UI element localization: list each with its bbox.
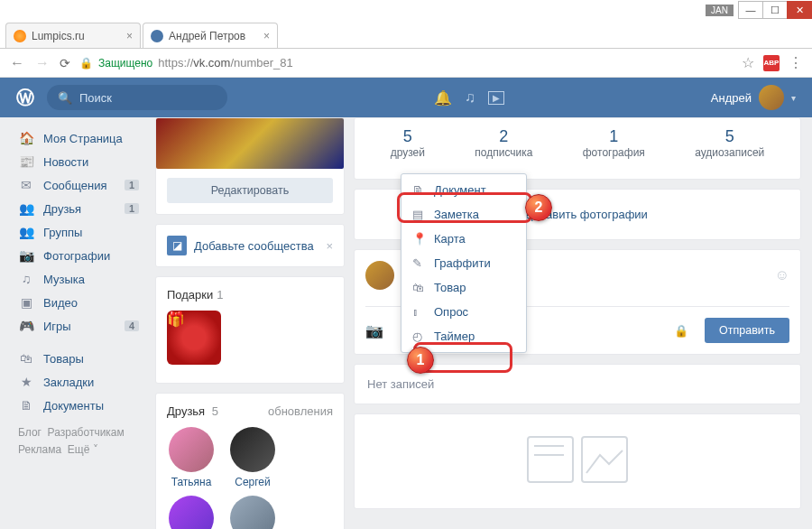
edit-profile-button[interactable]: Редактировать xyxy=(167,178,333,203)
dd-timer[interactable]: ◴Таймер xyxy=(401,324,526,348)
nav-games[interactable]: 🎮Игры4 xyxy=(11,314,146,338)
window-minimize[interactable]: — xyxy=(738,1,763,19)
star-icon[interactable]: ☆ xyxy=(742,54,754,71)
bag-icon: 🛍 xyxy=(412,281,425,294)
friend-item[interactable]: Валентин xyxy=(167,496,216,529)
document-icon: 🗎 xyxy=(18,398,34,413)
badge: 1 xyxy=(125,203,139,214)
gifts-count: 1 xyxy=(217,288,223,302)
stats-card: 5друзей 2подписчика 1фотография 5аудиоза… xyxy=(354,117,801,180)
note-icon: ♫ xyxy=(18,272,34,286)
stat-friends[interactable]: 5друзей xyxy=(391,127,425,159)
dd-note[interactable]: ▤Заметка xyxy=(401,202,526,227)
tab-close-icon[interactable]: × xyxy=(263,30,270,42)
dd-graffiti[interactable]: ✎Граффити xyxy=(401,251,526,275)
gift-image[interactable]: 🎁 xyxy=(167,311,221,365)
footer-ads[interactable]: Реклама xyxy=(18,443,61,456)
close-icon[interactable]: × xyxy=(326,239,333,253)
bag-icon: 🛍 xyxy=(18,351,34,366)
dd-poll[interactable]: ⫾Опрос xyxy=(401,300,526,324)
note-icon: ▤ xyxy=(412,208,425,221)
favicon-icon xyxy=(14,30,26,42)
empty-icon xyxy=(523,432,632,487)
pin-icon: 📍 xyxy=(412,232,425,246)
window-maximize[interactable]: ☐ xyxy=(762,1,788,19)
nav-goods[interactable]: 🛍Товары xyxy=(11,347,146,370)
attach-photo-icon[interactable]: 📷 xyxy=(365,322,383,339)
window-close[interactable]: ✕ xyxy=(787,1,812,19)
updates-link[interactable]: обновления xyxy=(268,404,333,418)
notifications-icon[interactable]: 🔔 xyxy=(434,89,452,107)
nav-bookmarks[interactable]: ★Закладки xyxy=(11,370,146,394)
video-icon: ▣ xyxy=(18,295,34,310)
privacy-icon[interactable]: 🔒 xyxy=(674,324,688,338)
abp-icon[interactable]: ABP xyxy=(763,55,780,71)
stat-photos[interactable]: 1фотография xyxy=(583,127,645,159)
nav-video[interactable]: ▣Видео xyxy=(11,291,146,314)
nav-music[interactable]: ♫Музыка xyxy=(11,267,146,291)
nav-photos[interactable]: 📷Фотографии xyxy=(11,244,146,267)
footer-more[interactable]: Ещё ˅ xyxy=(68,443,98,456)
search-box[interactable]: 🔍 xyxy=(47,85,227,110)
footer-blog[interactable]: Блог xyxy=(18,426,42,439)
nav-friends[interactable]: 👥Друзья1 xyxy=(11,197,146,220)
secure-label: Защищено xyxy=(98,57,152,70)
add-communities-label: Добавьте сообщества xyxy=(194,239,314,253)
reload-button[interactable]: ⟳ xyxy=(60,56,70,70)
stat-followers[interactable]: 2подписчика xyxy=(475,127,532,159)
browser-tabstrip: Lumpics.ru × Андрей Петров × xyxy=(0,20,812,49)
search-icon: 🔍 xyxy=(58,91,72,105)
nav-groups[interactable]: 👥Группы xyxy=(11,220,146,244)
friends-card: Друзья 5 обновления Татьяна Сергей Вален… xyxy=(155,393,345,529)
avatar xyxy=(759,85,784,110)
browser-tab-lumpics[interactable]: Lumpics.ru × xyxy=(5,23,141,48)
nav-my-page[interactable]: 🏠Моя Страница xyxy=(11,126,146,150)
file-icon: 🗎 xyxy=(412,183,425,197)
friend-item[interactable]: Татьяна xyxy=(167,427,216,488)
music-icon[interactable]: ♫ xyxy=(465,89,475,106)
friend-item[interactable]: Сергей xyxy=(228,427,277,488)
badge: 1 xyxy=(125,180,139,190)
dd-product[interactable]: 🛍Товар xyxy=(401,275,526,300)
menu-icon[interactable]: ⋮ xyxy=(789,54,803,71)
gifts-card: Подарки1 🎁 xyxy=(155,276,345,384)
brush-icon: ✎ xyxy=(412,256,425,270)
tab-title: Андрей Петров xyxy=(169,30,245,42)
profile-cover-card: Редактировать xyxy=(155,117,345,215)
search-input[interactable] xyxy=(79,91,231,105)
nav-messages[interactable]: ✉Сообщения1 xyxy=(11,173,146,197)
home-icon: 🏠 xyxy=(18,131,34,145)
dd-map[interactable]: 📍Карта xyxy=(401,227,526,251)
camera-icon: 📷 xyxy=(18,248,34,263)
callout-2: 2 xyxy=(525,194,552,221)
stat-audio[interactable]: 5аудиозаписей xyxy=(695,127,764,159)
friends-count: 5 xyxy=(212,404,218,418)
badge: 4 xyxy=(125,320,139,331)
sidebar: 🏠Моя Страница 📰Новости ✉Сообщения1 👥Друз… xyxy=(11,117,146,529)
back-button[interactable]: ← xyxy=(9,55,25,71)
svg-rect-0 xyxy=(528,437,573,482)
play-icon[interactable]: ▶ xyxy=(488,91,504,105)
add-communities-card[interactable]: ◪ Добавьте сообщества × xyxy=(155,224,345,267)
footer-dev[interactable]: Разработчикам xyxy=(48,426,125,439)
avatar xyxy=(365,261,394,290)
gifts-title[interactable]: Подарки xyxy=(167,288,213,302)
header-user-menu[interactable]: Андрей ▾ xyxy=(711,85,796,110)
friend-item[interactable]: Олег xyxy=(228,496,277,529)
gamepad-icon: 🎮 xyxy=(18,319,34,333)
nav-news[interactable]: 📰Новости xyxy=(11,150,146,173)
tab-close-icon[interactable]: × xyxy=(126,30,133,42)
cover-image xyxy=(156,118,344,169)
emoji-icon[interactable]: ☺ xyxy=(775,267,789,283)
url-text: https://vk.com/number_81 xyxy=(158,56,293,70)
submit-post-button[interactable]: Отправить xyxy=(705,318,789,343)
browser-tab-vk[interactable]: Андрей Петров × xyxy=(143,23,278,48)
vk-logo-icon[interactable]: Ⓦ xyxy=(16,86,34,110)
chevron-down-icon: ▾ xyxy=(791,93,796,103)
empty-illustration xyxy=(354,413,801,509)
forward-button[interactable]: → xyxy=(34,55,51,71)
nav-documents[interactable]: 🗎Документы xyxy=(11,394,146,417)
url-field[interactable]: 🔒 Защищено https://vk.com/number_81 xyxy=(79,56,733,70)
friends-title[interactable]: Друзья xyxy=(167,404,205,418)
dd-document[interactable]: 🗎Документ xyxy=(401,178,526,202)
